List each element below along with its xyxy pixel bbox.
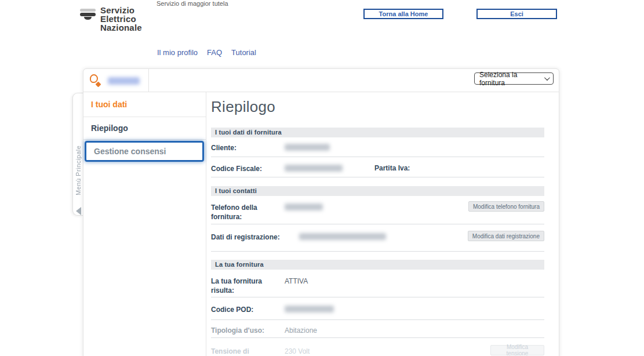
dati-registrazione-value (299, 233, 468, 242)
codice-pod-label: Codice POD: (211, 305, 285, 314)
nav-tutorial[interactable]: Tutorial (231, 48, 256, 57)
row-codice-fiscale: Codice Fiscale: Partita Iva: (211, 157, 544, 177)
modifica-dati-registrazione-button[interactable]: Modifica dati registrazione (468, 231, 544, 241)
row-tensione-alimentazione: Tensione di alimentazione: 230 Volt Modi… (211, 338, 544, 356)
dati-registrazione-label: Dati di registrazione: (211, 233, 299, 242)
page-title: Riepilogo (211, 98, 560, 116)
tipologia-uso-label: Tipologia d'uso: (211, 326, 285, 335)
collapse-arrow-icon[interactable] (76, 207, 81, 215)
nav-il-mio-profilo[interactable]: Il mio profilo (157, 48, 198, 57)
brand-logo: Servizio Elettrico Nazionale (80, 6, 142, 32)
row-cliente: Cliente: (211, 137, 544, 157)
brand-line-2: Elettrico (100, 14, 142, 23)
section-la-tua-fornitura: La tua fornitura (211, 260, 544, 270)
menu-principale-label: Menù Principale (75, 120, 82, 195)
codice-pod-value (285, 305, 544, 314)
row-codice-pod: Codice POD: (211, 297, 544, 320)
brand-line-3: Nazionale (100, 23, 142, 32)
sidebar: I tuoi dati Riepilogo Gestione consensi (83, 92, 206, 356)
tensione-alimentazione-label: Tensione di alimentazione: (211, 347, 285, 356)
sidebar-item-label: I tuoi dati (91, 100, 127, 109)
nav-faq[interactable]: FAQ (207, 48, 222, 57)
row-fornitura-risulta: La tua fornitura risulta: ATTIVA (211, 270, 544, 297)
main-nav: Il mio profilo FAQ Tutorial (157, 48, 256, 57)
cliente-value (285, 143, 544, 152)
content-area: Riepilogo I tuoi dati di fornitura Clien… (206, 69, 560, 356)
sidebar-item-riepilogo[interactable]: Riepilogo (83, 117, 206, 140)
row-dati-registrazione: Dati di registrazione: Modifica dati reg… (211, 224, 544, 252)
menu-principale-tab[interactable]: Menù Principale (72, 93, 83, 216)
header-divider (148, 69, 149, 92)
redacted-cliente-value (285, 144, 330, 151)
fornitura-risulta-value: ATTIVA (285, 277, 544, 285)
codice-fiscale-value (285, 164, 374, 173)
section-i-tuoi-contatti: I tuoi contatti (211, 186, 544, 196)
partita-iva-label: Partita Iva: (374, 164, 438, 172)
telefono-fornitura-value (285, 203, 468, 212)
cliente-label: Cliente: (211, 143, 285, 152)
modifica-telefono-fornitura-button[interactable]: Modifica telefono fornitura (468, 201, 544, 212)
sen-logo-icon (80, 9, 96, 23)
sidebar-item-label: Gestione consensi (94, 147, 166, 156)
sidebar-item-i-tuoi-dati[interactable]: I tuoi dati (83, 92, 206, 117)
telefono-fornitura-label: Telefono della fornitura: (211, 203, 285, 221)
bulb-icon (90, 74, 103, 88)
redacted-codice-pod-value (285, 306, 334, 313)
brand-name: Servizio Elettrico Nazionale (100, 6, 142, 32)
brand-line-1: Servizio (100, 6, 142, 14)
redacted-user-name (108, 77, 140, 85)
fornitura-risulta-label: La tua fornitura risulta: (211, 277, 285, 295)
redacted-codice-fiscale-value (285, 165, 343, 172)
tensione-alimentazione-value: 230 Volt (285, 347, 490, 355)
section-i-tuoi-dati-di-fornitura: I tuoi dati di fornitura (211, 128, 544, 137)
codice-fiscale-label: Codice Fiscale: (211, 164, 285, 173)
row-telefono-fornitura: Telefono della fornitura: Modifica telef… (211, 196, 544, 224)
torna-alla-home-button[interactable]: Torna alla Home (363, 9, 443, 19)
redacted-registrazione-value (299, 233, 386, 240)
esci-button[interactable]: Esci (476, 9, 557, 19)
sidebar-item-label: Riepilogo (91, 123, 128, 133)
brand-tagline: Servizio di maggior tutela (157, 0, 228, 7)
main-panel: Seleziona la fornitura I tuoi dati Riepi… (83, 68, 559, 356)
sidebar-item-gestione-consensi[interactable]: Gestione consensi (85, 141, 204, 162)
modifica-tensione-button[interactable]: Modifica tensione (490, 345, 544, 355)
redacted-telefono-value (285, 204, 323, 210)
row-tipologia-uso: Tipologia d'uso: Abitazione (211, 320, 544, 338)
tipologia-uso-value: Abitazione (285, 326, 544, 335)
